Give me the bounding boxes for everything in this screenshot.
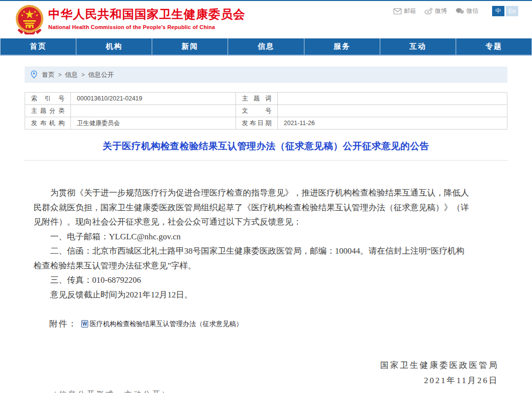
lang-en-button[interactable]: En [506, 6, 518, 16]
weibo-label: 微博 [435, 7, 447, 15]
meta-value-issuer: 卫生健康委员会 [71, 117, 236, 130]
weibo-link[interactable]: 微博 [425, 7, 447, 15]
attachment-row: 附件： W 医疗机构检查检验结果互认管理办法（征求意见稿） [33, 318, 499, 329]
article-line: 二、信函：北京市西城区北礼士路甲38号国家卫生健康委医政医管局，邮编：10004… [33, 244, 499, 259]
nav-item-topics[interactable]: 专题 [456, 38, 532, 55]
table-row: 索引号 000013610/2021-02419 主题词 [25, 93, 507, 105]
nav-item-home[interactable]: 首页 [0, 38, 76, 55]
meta-label-category: 主题分类 [25, 105, 71, 117]
page-title: 关于医疗机构检查检验结果互认管理办法（征求意见稿）公开征求意见的公告 [25, 140, 507, 153]
wechat-label: 微信 [466, 7, 478, 15]
signature-block: 国家卫生健康委医政医管局 2021年11月26日 [33, 358, 499, 388]
article-body: 为贯彻《关于进一步规范医疗行为促进合理医疗检查的指导意见》，推进医疗机构检查检验… [33, 186, 499, 302]
wechat-icon [456, 8, 464, 14]
breadcrumb-info[interactable]: 信息 [65, 70, 78, 79]
article-line-deadline: 意见反馈截止时间为2021年12月12日。 [33, 288, 499, 302]
breadcrumb-separator: > [81, 71, 85, 78]
document-meta-table: 索引号 000013610/2021-02419 主题词 主题分类 文号 发布机… [25, 92, 507, 130]
nav-item-orgs[interactable]: 机构 [76, 38, 152, 55]
signature-department: 国家卫生健康委医政医管局 [33, 358, 499, 373]
mail-link[interactable]: 邮箱 [394, 7, 416, 15]
national-emblem-logo [15, 4, 44, 34]
header-quick-links: 邮箱 微博 微信 中 En [394, 6, 518, 16]
disclosure-footnote: （信息公开形式：主动公开） [33, 390, 499, 393]
article-line: 检查检验结果互认管理办法征求意见”字样。 [33, 259, 499, 273]
attachment-link[interactable]: 医疗机构检查检验结果互认管理办法（征求意见稿） [90, 320, 243, 328]
title-divider [25, 160, 507, 161]
attachment-label: 附件： [49, 318, 77, 329]
table-row: 主题分类 文号 [25, 105, 507, 117]
site-header: 中华人民共和国国家卫生健康委员会 National Health Commiss… [0, 1, 532, 38]
meta-value-category [71, 105, 236, 117]
meta-value-index-no: 000013610/2021-02419 [71, 93, 236, 105]
signature-date: 2021年11月26日 [33, 373, 499, 388]
nav-item-interact[interactable]: 互动 [380, 38, 456, 55]
meta-value-subject [278, 93, 507, 105]
site-title: 中华人民共和国国家卫生健康委员会 [48, 7, 245, 22]
breadcrumb-info-disclosure[interactable]: 信息公开 [88, 70, 114, 79]
article-line: 为贯彻《关于进一步规范医疗行为促进合理医疗检查的指导意见》，推进医疗机构检查检验… [33, 186, 499, 200]
wechat-link[interactable]: 微信 [456, 7, 478, 15]
meta-label-subject: 主题词 [236, 93, 278, 105]
meta-label-issuer: 发布机构 [25, 117, 71, 130]
breadcrumb: 首页 > 信息 > 信息公开 [25, 66, 507, 83]
site-subtitle: National Health Commission of the People… [48, 24, 245, 30]
table-row: 发布机构 卫生健康委员会 发布日期 2021-11-26 [25, 117, 507, 130]
breadcrumb-home[interactable]: 首页 [42, 70, 55, 79]
article-line: 见附件）。现向社会公开征求意见，社会公众可通过以下方式反馈意见： [33, 215, 499, 229]
article-line: 民群众就医负担，国家卫生健康委医政医管局组织起草了《医疗机构检查检验结果互认管理… [33, 200, 499, 215]
word-doc-icon: W [81, 320, 88, 328]
meta-value-doc-no [278, 105, 507, 117]
meta-label-pub-date: 发布日期 [236, 117, 278, 130]
breadcrumb-separator: > [58, 71, 62, 78]
main-nav: 首页 机构 新闻 信息 服务 互动 专题 [0, 38, 532, 56]
article-line-fax: 三、传真：010-68792206 [33, 273, 499, 288]
nav-item-services[interactable]: 服务 [304, 38, 380, 55]
meta-value-pub-date: 2021-11-26 [278, 117, 507, 130]
mail-icon [394, 8, 401, 14]
nav-item-info[interactable]: 信息 [228, 38, 303, 55]
weibo-icon [425, 8, 432, 14]
site-brand: 中华人民共和国国家卫生健康委员会 National Health Commiss… [48, 7, 245, 30]
meta-label-index-no: 索引号 [25, 93, 71, 105]
language-toggle: 中 En [492, 6, 518, 16]
location-pin-icon [31, 70, 37, 79]
mail-label: 邮箱 [404, 7, 416, 15]
meta-label-doc-no: 文号 [236, 105, 278, 117]
page-content: 首页 > 信息 > 信息公开 索引号 000013610/2021-02419 … [25, 66, 507, 393]
nav-item-news[interactable]: 新闻 [152, 38, 228, 55]
lang-zh-button[interactable]: 中 [492, 6, 504, 16]
article-line-email: 一、电子邮箱：YLGLC@nhc.gov.cn [33, 229, 499, 244]
